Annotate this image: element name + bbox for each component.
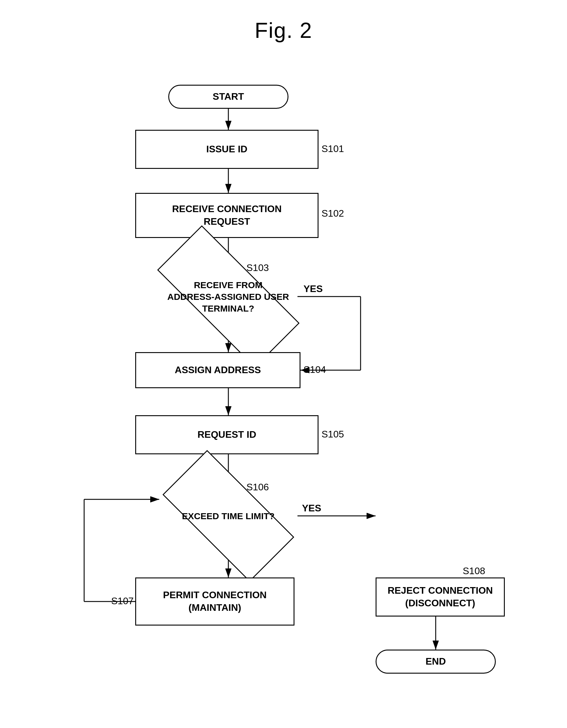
s105-node: REQUEST ID [135,415,319,454]
s106-diamond: EXCEED TIME LIMIT? [163,450,294,582]
svg-text:YES: YES [303,283,323,294]
s104-label: S104 [303,364,326,375]
s107-label: S107 [111,595,134,607]
s102-node: RECEIVE CONNECTION REQUEST [135,193,319,238]
s103-diamond: RECEIVE FROMADDRESS-ASSIGNED USERTERMINA… [157,225,300,368]
svg-text:YES: YES [302,503,321,513]
svg-text:S106: S106 [246,482,269,492]
s101-label: S101 [322,143,344,154]
s108-node: REJECT CONNECTION (DISCONNECT) [376,577,505,617]
s101-node: ISSUE ID [135,130,319,169]
start-node: START [168,85,288,109]
s107-node: PERMIT CONNECTION (MAINTAIN) [135,577,294,626]
s102-label: S102 [322,208,344,219]
s104-node: ASSIGN ADDRESS [135,352,300,388]
end-node: END [376,650,496,674]
s106-text: EXCEED TIME LIMIT? [182,510,275,522]
flowchart: YES NO YES NO S103 S106 START ISSUE ID S… [0,55,567,728]
s108-label: S108 [463,565,485,577]
svg-text:S103: S103 [246,262,269,273]
s105-label: S105 [322,429,344,440]
s103-text: RECEIVE FROMADDRESS-ASSIGNED USERTERMINA… [167,279,289,314]
page-title: Fig. 2 [0,0,567,55]
